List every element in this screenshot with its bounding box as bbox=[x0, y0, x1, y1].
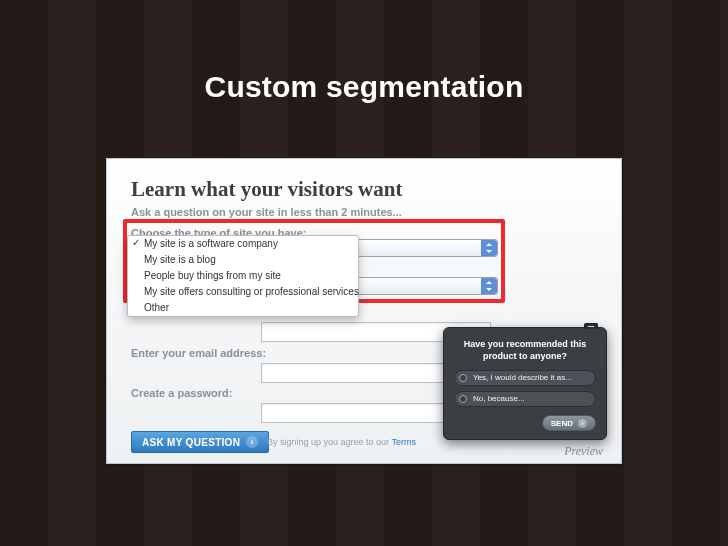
chevron-updown-icon bbox=[484, 279, 494, 293]
slide-title: Custom segmentation bbox=[0, 0, 728, 122]
terms-link[interactable]: Terms bbox=[391, 437, 416, 447]
send-button[interactable]: SEND › bbox=[542, 415, 596, 431]
site-type-dropdown: My site is a software company My site is… bbox=[127, 235, 359, 317]
survey-option-label: Yes, I would describe it as... bbox=[473, 373, 572, 382]
app-content: Learn what your visitors want Ask a ques… bbox=[107, 159, 621, 218]
minimize-icon[interactable] bbox=[584, 323, 598, 329]
survey-question: Have you recommended this product to any… bbox=[454, 338, 596, 362]
dropdown-option[interactable]: My site is a software company bbox=[128, 236, 358, 252]
preview-wrap: Have you recommended this product to any… bbox=[443, 327, 607, 460]
chevron-updown-icon bbox=[484, 241, 494, 255]
terms-text: By signing up you agree to our Terms bbox=[267, 437, 416, 447]
survey-option-label: No, because... bbox=[473, 394, 525, 403]
ask-button-label: ASK MY QUESTION bbox=[142, 437, 240, 448]
radio-icon bbox=[459, 374, 467, 382]
dropdown-option[interactable]: Other bbox=[128, 300, 358, 316]
password-label: Create a password: bbox=[131, 387, 232, 399]
survey-option[interactable]: Yes, I would describe it as... bbox=[454, 370, 596, 386]
dropdown-option[interactable]: My site is a blog bbox=[128, 252, 358, 268]
app-window: Learn what your visitors want Ask a ques… bbox=[106, 158, 622, 464]
page-heading: Learn what your visitors want bbox=[131, 177, 597, 202]
terms-prefix: By signing up you agree to our bbox=[267, 437, 391, 447]
arrow-right-icon: › bbox=[246, 436, 258, 448]
dropdown-option[interactable]: People buy things from my site bbox=[128, 268, 358, 284]
survey-option[interactable]: No, because... bbox=[454, 391, 596, 407]
page-subhead: Ask a question on your site in less than… bbox=[131, 206, 597, 218]
dropdown-option[interactable]: My site offers consulting or professiona… bbox=[128, 284, 358, 300]
ask-my-question-button[interactable]: ASK MY QUESTION › bbox=[131, 431, 269, 453]
radio-icon bbox=[459, 395, 467, 403]
send-button-label: SEND bbox=[551, 419, 573, 428]
email-label: Enter your email address: bbox=[131, 347, 266, 359]
arrow-right-icon: › bbox=[578, 419, 587, 428]
preview-label: Preview bbox=[443, 444, 607, 459]
send-row: SEND › bbox=[454, 412, 596, 432]
survey-widget: Have you recommended this product to any… bbox=[443, 327, 607, 441]
